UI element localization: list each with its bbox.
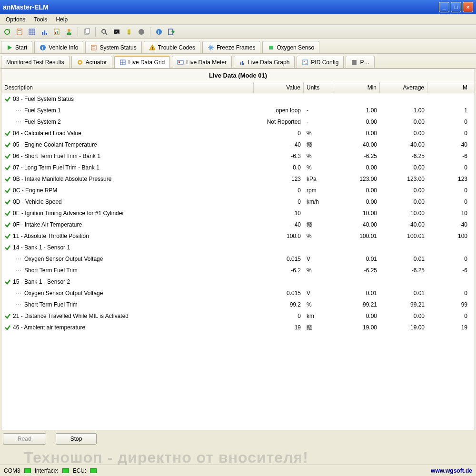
table-row[interactable]: 0F - Intake Air Temperature-40癈-40.00-40…	[1, 219, 475, 230]
row-description: 04 - Calculated Load Value	[1, 130, 254, 137]
status-url[interactable]: www.wgsoft.de	[431, 467, 472, 474]
tab-live-data-meter[interactable]: Live Data Meter	[172, 56, 232, 68]
tab-live-data-grid[interactable]: Live Data Grid	[114, 56, 170, 68]
toolbar-exit-icon[interactable]	[166, 27, 177, 37]
p-icon	[351, 59, 357, 66]
toolbar-copy-icon[interactable]	[81, 27, 92, 37]
toolbar-info-icon[interactable]: i	[154, 27, 164, 37]
table-row[interactable]: ⋯Fuel System 1open loop-1.001.001	[1, 105, 475, 116]
window-controls: _ □ ×	[439, 2, 473, 12]
table-row[interactable]: 15 - Bank 1 - Sensor 2	[1, 276, 475, 288]
row-max: -6	[427, 153, 470, 159]
toolbar-search-icon[interactable]	[99, 27, 109, 37]
col-units[interactable]: Units	[304, 82, 332, 93]
col-min[interactable]: Min	[332, 82, 380, 93]
stop-button[interactable]: Stop	[56, 433, 97, 445]
svg-rect-9	[42, 32, 43, 35]
table-row[interactable]: 06 - Short Term Fuel Trim - Bank 1-6.3%-…	[1, 150, 475, 162]
menu-tools[interactable]: Tools	[30, 15, 51, 24]
tab-live-data-graph[interactable]: Live Data Graph	[234, 56, 295, 68]
svg-rect-11	[46, 33, 47, 35]
tab-system-status[interactable]: System Status	[85, 41, 141, 53]
row-min: 100.01	[332, 233, 380, 239]
tab-oxygen-senso[interactable]: Oxygen Senso	[262, 41, 319, 53]
tab-actuator[interactable]: Actuator	[71, 56, 112, 68]
row-avg: 0.00	[380, 198, 427, 205]
row-units: %	[304, 164, 332, 171]
toolbar-report-icon[interactable]	[51, 27, 62, 37]
row-max: 0	[427, 187, 470, 194]
table-row[interactable]: ⋯Oxygen Sensor Output Voltage0.015V0.010…	[1, 288, 475, 299]
toolbar-doc-icon[interactable]	[14, 27, 25, 37]
check-icon	[4, 278, 11, 285]
svg-point-39	[79, 61, 81, 63]
table-row[interactable]: ⋯Short Term Fuel Trim-6.2%-6.25-6.25-6	[1, 265, 475, 276]
svg-rect-43	[178, 60, 183, 64]
toolbar-grid-icon[interactable]	[27, 27, 37, 37]
row-label: 04 - Calculated Load Value	[13, 130, 81, 137]
table-row[interactable]: 07 - Long Term Fuel Trim - Bank 10.0%0.0…	[1, 162, 475, 173]
tab-vehicle-info[interactable]: iVehicle Info	[34, 41, 83, 53]
tab-start[interactable]: Start	[1, 41, 32, 53]
col-value[interactable]: Value	[254, 82, 304, 93]
table-row[interactable]: ⋯Oxygen Sensor Output Voltage0.015V0.010…	[1, 253, 475, 265]
table-row[interactable]: 0B - Intake Manifold Absolute Pressure12…	[1, 173, 475, 185]
table-row[interactable]: 0C - Engine RPM0rpm0.000.000	[1, 185, 475, 196]
tab-row-2: Monitored Test ResultsActuatorLive Data …	[0, 54, 476, 69]
close-button[interactable]: ×	[463, 2, 473, 12]
tab-p-[interactable]: P…	[346, 56, 375, 68]
col-description[interactable]: Description	[1, 82, 254, 93]
row-description: ⋯Fuel System 1	[1, 107, 254, 114]
row-label: Fuel System 1	[24, 107, 61, 114]
row-units: V	[304, 290, 332, 297]
table-row[interactable]: 11 - Absolute Throttle Position100.0%100…	[1, 230, 475, 242]
minimize-button[interactable]: _	[439, 2, 449, 12]
table-row[interactable]: 03 - Fuel System Status	[1, 93, 475, 105]
table-row[interactable]: 21 - Distance Travelled While MIL is Act…	[1, 310, 475, 322]
table-row[interactable]: ⋯Fuel System 2Not Reported-0.000.000	[1, 116, 475, 128]
toolbar-stop-icon[interactable]	[136, 27, 147, 37]
tab-label: PID Config	[311, 59, 338, 66]
tab-monitored-test-results[interactable]: Monitored Test Results	[1, 56, 69, 68]
toolbar: >_ i	[0, 25, 476, 39]
table-row[interactable]: 0D - Vehicle Speed0km/h0.000.000	[1, 196, 475, 208]
row-description: 21 - Distance Travelled While MIL is Act…	[1, 313, 254, 319]
tab-row-1: StartiVehicle InfoSystem Status!Trouble …	[0, 39, 476, 54]
col-max[interactable]: M	[427, 82, 470, 93]
toolbar-refresh-icon[interactable]	[2, 27, 12, 37]
titlebar: anMaster-ELM _ □ ×	[0, 0, 476, 14]
toolbar-cylinder-icon[interactable]	[124, 27, 134, 37]
row-units: kPa	[304, 176, 332, 182]
row-max: 0	[427, 164, 470, 171]
svg-rect-32	[91, 45, 96, 50]
table-row[interactable]: 04 - Calculated Load Value0%0.000.000	[1, 128, 475, 139]
svg-text:>_: >_	[115, 30, 119, 34]
table-row[interactable]: 0E - Ignition Timing Advance for #1 Cyli…	[1, 208, 475, 219]
menu-help[interactable]: Help	[52, 15, 71, 24]
row-label: 07 - Long Term Fuel Trim - Bank 1	[13, 164, 99, 171]
row-min: 1.00	[332, 107, 380, 114]
table-row[interactable]: 05 - Engine Coolant Temperature-40癈-40.0…	[1, 139, 475, 150]
toolbar-user-icon[interactable]	[64, 27, 74, 37]
svg-rect-37	[269, 46, 273, 50]
row-units: -	[304, 107, 332, 114]
row-min: 0.00	[332, 313, 380, 319]
maximize-button[interactable]: □	[451, 2, 461, 12]
menu-options[interactable]: Options	[2, 15, 29, 24]
content-panel: Live Data (Mode 01) Description Value Un…	[1, 69, 475, 430]
row-min: -6.25	[332, 267, 380, 274]
row-description: 06 - Short Term Fuel Trim - Bank 1	[1, 153, 254, 159]
toolbar-console-icon[interactable]: >_	[111, 27, 122, 37]
tab-trouble-codes[interactable]: !Trouble Codes	[144, 41, 200, 53]
toolbar-chart-icon[interactable]	[39, 27, 50, 37]
toolbar-separator	[95, 27, 96, 37]
tab-freeze-frames[interactable]: Freeze Frames	[202, 41, 260, 53]
col-average[interactable]: Average	[380, 82, 427, 93]
check-icon	[4, 141, 11, 148]
table-row[interactable]: 14 - Bank 1 - Sensor 1	[1, 242, 475, 253]
table-row[interactable]: 46 - Ambient air temperature19癈19.0019.0…	[1, 322, 475, 333]
tab-pid-config[interactable]: PID Config	[297, 56, 344, 68]
table-row[interactable]: ⋯Short Term Fuel Trim99.2%99.2199.2199	[1, 299, 475, 310]
row-max: 19	[427, 324, 470, 331]
row-units: %	[304, 267, 332, 274]
